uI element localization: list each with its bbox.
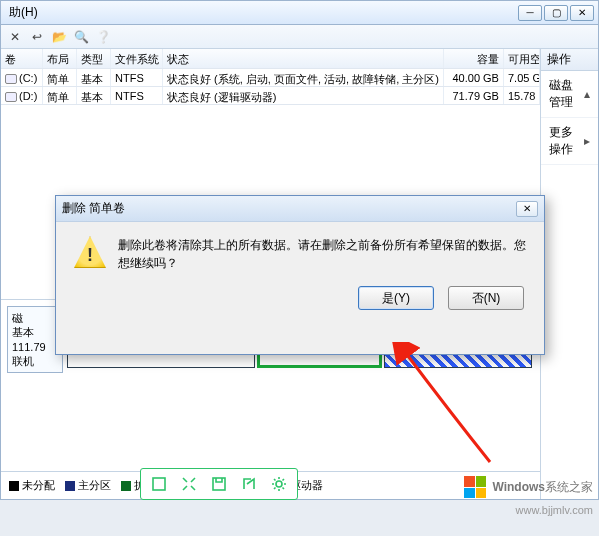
toolbar: ✕ ↩ 📂 🔍 ❔	[1, 25, 598, 49]
minimize-button[interactable]: ─	[518, 5, 542, 21]
action-more[interactable]: 更多操作 ▸	[541, 118, 598, 165]
screenshot-toolbar	[140, 468, 298, 500]
help-icon[interactable]: ❔	[95, 29, 111, 45]
tool-expand-icon[interactable]	[175, 472, 203, 496]
folder-open-icon[interactable]: 📂	[51, 29, 67, 45]
col-capacity[interactable]: 容量	[444, 49, 504, 68]
col-layout[interactable]: 布局	[43, 49, 77, 68]
tool-settings-icon[interactable]	[265, 472, 293, 496]
col-volume[interactable]: 卷	[1, 49, 43, 68]
col-avail[interactable]: 可用空	[504, 49, 540, 68]
search-icon[interactable]: 🔍	[73, 29, 89, 45]
close-window-button[interactable]: ✕	[570, 5, 594, 21]
titlebar: 助(H) ─ ▢ ✕	[1, 1, 598, 25]
col-status[interactable]: 状态	[163, 49, 444, 68]
tool-save-icon[interactable]	[205, 472, 233, 496]
no-button[interactable]: 否(N)	[448, 286, 524, 310]
yes-button[interactable]: 是(Y)	[358, 286, 434, 310]
volume-icon	[5, 92, 17, 102]
actions-header: 操作	[541, 49, 598, 71]
volume-row[interactable]: (C:) 简单 基本 NTFS 状态良好 (系统, 启动, 页面文件, 活动, …	[1, 69, 540, 87]
windows-logo-icon	[464, 476, 486, 498]
back-icon[interactable]: ↩	[29, 29, 45, 45]
watermark-url: www.bjjmlv.com	[516, 504, 593, 516]
maximize-button[interactable]: ▢	[544, 5, 568, 21]
watermark: Windows系统之家	[464, 476, 593, 498]
dialog-message: 删除此卷将清除其上的所有数据。请在删除之前备份所有希望保留的数据。您想继续吗？	[118, 236, 526, 272]
delete-volume-dialog: 删除 简单卷 ✕ ! 删除此卷将清除其上的所有数据。请在删除之前备份所有希望保留…	[55, 195, 545, 355]
volume-icon	[5, 74, 17, 84]
svg-point-2	[276, 481, 282, 487]
tool-rect-icon[interactable]	[145, 472, 173, 496]
dialog-title: 删除 简单卷	[62, 200, 125, 217]
volume-row[interactable]: (D:) 简单 基本 NTFS 状态良好 (逻辑驱动器) 71.79 GB 15…	[1, 87, 540, 105]
close-icon[interactable]: ✕	[7, 29, 23, 45]
menu-help[interactable]: 助(H)	[9, 4, 38, 21]
dialog-close-button[interactable]: ✕	[516, 201, 538, 217]
volume-list-header: 卷 布局 类型 文件系统 状态 容量 可用空	[1, 49, 540, 69]
svg-rect-0	[153, 478, 165, 490]
action-disk-management[interactable]: 磁盘管理 ▴	[541, 71, 598, 118]
col-fs[interactable]: 文件系统	[111, 49, 163, 68]
chevron-right-icon: ▸	[584, 134, 590, 148]
tool-share-icon[interactable]	[235, 472, 263, 496]
chevron-up-icon: ▴	[584, 87, 590, 101]
warning-icon: !	[74, 236, 106, 268]
col-type[interactable]: 类型	[77, 49, 111, 68]
svg-rect-1	[213, 478, 225, 490]
actions-pane: 操作 磁盘管理 ▴ 更多操作 ▸	[541, 49, 598, 499]
